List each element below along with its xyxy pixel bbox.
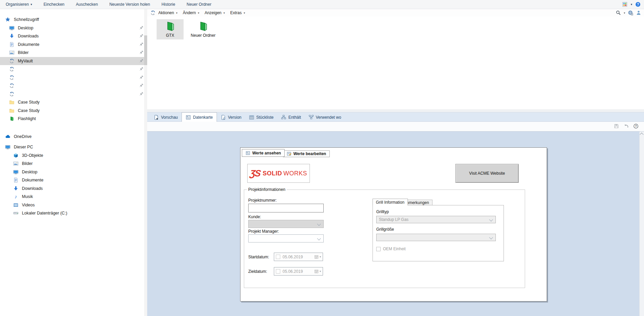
date-checkbox[interactable]	[276, 269, 280, 274]
green-folder-icon	[164, 21, 176, 32]
vault-icon	[9, 91, 14, 97]
sidebar-item-schnellzugriff[interactable]: Schnellzugriff	[0, 16, 147, 24]
sidebar-item-dieser-pc[interactable]: Dieser PC	[0, 143, 147, 151]
auschecken-button[interactable]: Auschecken	[70, 0, 103, 9]
pin-icon[interactable]	[138, 42, 144, 47]
sidebar-item-case-study-1[interactable]: Case Study	[0, 98, 147, 107]
zoom-chevron-icon[interactable]: ▾	[624, 11, 625, 15]
save-icon[interactable]	[614, 123, 619, 129]
tab-grill-information[interactable]: Grill Information	[373, 199, 408, 205]
sidebar-item-label: Lokaler Datenträger (C:)	[22, 211, 67, 216]
tab-vorschau[interactable]: Vorschau	[150, 113, 182, 121]
user-icon[interactable]	[636, 10, 641, 16]
music-note-icon: ♪	[13, 194, 19, 199]
help-circle-icon[interactable]	[633, 123, 639, 129]
folder-tile-neuer-ordner[interactable]: Neuer Ordner	[190, 19, 217, 39]
folder-tile-gtx[interactable]: GTX	[157, 19, 184, 39]
tab-enthaelt[interactable]: Enthält	[277, 113, 304, 121]
tab-werte-bearbeiten[interactable]: Werte bearbeiten	[283, 150, 330, 157]
tab-verwendet-wo[interactable]: Verwendet wo	[305, 113, 345, 121]
sidebar-item-musik[interactable]: ♪ Musik	[0, 193, 147, 201]
tab-label: Vorschau	[161, 115, 178, 120]
undo-icon[interactable]	[623, 123, 629, 129]
sidebar-item-pc-dokumente[interactable]: Dokumente	[0, 176, 147, 184]
sidebar-item-lokaler-datentraeger[interactable]: Lokaler Datenträger (C:)	[0, 209, 147, 218]
menu-aktionen[interactable]: Aktionen▾	[156, 9, 180, 17]
pin-icon[interactable]	[138, 33, 144, 39]
sidebar-item-onedrive[interactable]: OneDrive	[0, 133, 147, 141]
sidebar-item-flashlight[interactable]: Flashlight	[0, 115, 147, 123]
sidebar-item-dokumente[interactable]: Dokumente	[0, 40, 147, 49]
pin-icon[interactable]	[138, 75, 144, 80]
sidebar-item-vault-4[interactable]	[0, 90, 147, 98]
pin-icon[interactable]	[138, 66, 144, 72]
visit-acme-website-button[interactable]: Visit ACME Website	[455, 164, 519, 183]
projekt-manager-dropdown[interactable]	[248, 234, 324, 242]
grilltyp-value: Standup LP Gas	[379, 217, 409, 222]
sidebar-item-downloads[interactable]: Downloads	[0, 32, 147, 40]
sidebar-item-videos[interactable]: Videos	[0, 201, 147, 209]
sidebar-item-bilder[interactable]: Bilder	[0, 49, 147, 57]
tab-stueckliste[interactable]: Stückliste	[245, 113, 277, 121]
pin-icon[interactable]	[138, 50, 144, 55]
help-icon[interactable]	[635, 2, 641, 7]
menu-anzeigen[interactable]: Anzeigen▾	[202, 9, 227, 17]
oem-checkbox[interactable]	[376, 247, 381, 251]
pin-icon[interactable]	[138, 91, 144, 97]
startdatum-datepicker[interactable]: 05.06.2019 ▾	[274, 253, 323, 261]
sidebar-item-3d-objekte[interactable]: 3D-Objekte	[0, 151, 147, 160]
pin-icon[interactable]	[138, 58, 144, 64]
view-tiles-icon[interactable]	[622, 2, 627, 7]
sidebar-item-pc-desktop[interactable]: Desktop	[0, 168, 147, 176]
projektnummer-label: Projektnummer:	[248, 198, 277, 203]
sidebar-item-myvault[interactable]: MyVault	[0, 57, 147, 65]
date-checkbox[interactable]	[276, 255, 280, 259]
menu-label: Ändern	[183, 10, 196, 15]
sidebar-item-pc-bilder[interactable]: Bilder	[0, 160, 147, 168]
zieldatum-datepicker[interactable]: 05.06.2019 ▾	[274, 267, 323, 276]
kunde-dropdown[interactable]	[248, 220, 324, 228]
card-edit-icon	[287, 151, 291, 156]
pictures-icon	[13, 161, 19, 166]
organisieren-menu[interactable]: Organisieren ▾	[0, 0, 38, 9]
tab-label: Enthält	[288, 115, 301, 120]
grilltyp-dropdown[interactable]: Standup LP Gas	[376, 216, 496, 223]
sidebar-item-desktop[interactable]: Desktop	[0, 24, 147, 32]
calendar-icon[interactable]: ▾	[314, 269, 321, 274]
sidebar-item-pc-downloads[interactable]: Downloads	[0, 184, 147, 193]
sidebar-item-vault-2[interactable]	[0, 74, 147, 82]
vault-web-icon[interactable]	[628, 10, 633, 16]
calendar-icon[interactable]: ▾	[314, 255, 321, 259]
projektnummer-input[interactable]	[248, 204, 324, 212]
pin-icon[interactable]	[138, 25, 144, 31]
sidebar-item-label: Videos	[22, 203, 35, 207]
neueste-version-button[interactable]: Neueste Version holen	[104, 0, 156, 9]
menu-aendern[interactable]: Ändern▾	[180, 9, 202, 17]
tab-werte-ansehen[interactable]: Werte ansehen	[242, 149, 285, 157]
command-bar: Organisieren ▾ Einchecken Auschecken Neu…	[0, 0, 644, 9]
sidebar-item-vault-3[interactable]	[0, 82, 147, 90]
button-label: Visit ACME Website	[469, 171, 505, 176]
sidebar-scrollbar-thumb[interactable]	[144, 35, 147, 65]
pane-splitter[interactable]	[147, 110, 644, 112]
chevron-down-icon: ▾	[320, 270, 321, 273]
historie-button[interactable]: Historie	[156, 0, 181, 9]
sidebar-item-vault-1[interactable]	[0, 65, 147, 74]
sidebar-item-case-study-2[interactable]: Case Study	[0, 107, 147, 115]
data-card: Werte ansehen Werte bearbeiten ƷS SOLID …	[240, 147, 547, 301]
card-scrollbar[interactable]	[639, 132, 644, 316]
sidebar-item-label: Downloads	[22, 186, 43, 191]
tab-datenkarte[interactable]: Datenkarte	[182, 112, 217, 122]
grillgroesse-dropdown[interactable]	[376, 234, 496, 241]
menu-extras[interactable]: Extras▾	[228, 9, 248, 17]
tab-version[interactable]: Version	[217, 113, 245, 121]
scroll-up-arrow-icon[interactable]	[640, 133, 643, 136]
zoom-search-icon[interactable]	[616, 10, 621, 16]
view-options-chevron-icon[interactable]: ▾	[631, 3, 632, 6]
einchecken-button[interactable]: Einchecken	[38, 0, 70, 9]
tab-label: Stückliste	[256, 115, 273, 120]
sidebar-scrollbar[interactable]	[144, 9, 147, 316]
main-pane: Aktionen▾ Ändern▾ Anzeigen▾ Extras▾ ▾ GT…	[147, 9, 644, 316]
neuer-ordner-button[interactable]: Neuer Ordner	[181, 0, 217, 9]
pin-icon[interactable]	[138, 83, 144, 88]
